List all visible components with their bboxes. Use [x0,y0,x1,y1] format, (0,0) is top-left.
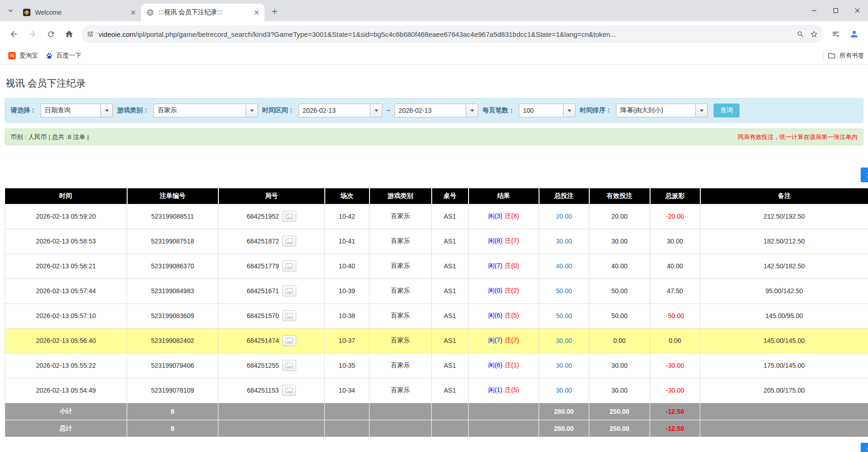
cell-bet-id: 523199088511 [127,204,218,229]
cell-game-type: 百家乐 [369,229,432,254]
folder-icon[interactable] [827,52,836,60]
site-settings-icon[interactable] [87,30,94,38]
url-bar[interactable]: videoie.com/ipl/portal.php/game/betrecor… [81,25,824,43]
replay-button[interactable] [282,261,296,272]
select-label: 请选择： [11,106,36,115]
header-payout: 总派彩 [650,188,700,204]
total-bet-link[interactable]: 30.00 [556,238,572,245]
tab-search-button[interactable] [5,5,17,17]
tab-list-button[interactable] [827,25,845,43]
tab-close-icon[interactable] [252,8,261,17]
cell-total-bet: 50.00 [539,278,589,303]
close-icon [254,10,259,15]
date-from-input[interactable] [299,104,370,117]
tab-welcome[interactable]: Welcome [18,4,141,21]
total-bet-link[interactable]: 30.00 [556,387,572,394]
table-row: 2026-02-13 05:55:22 523199079406 6842512… [5,353,868,378]
new-tab-button[interactable] [268,5,281,18]
minimize-button[interactable] [803,0,825,21]
total-bet-link[interactable]: 30.00 [556,337,572,344]
subtotal-payout: -12.50 [666,408,684,415]
cell-table: AS1 [432,254,469,278]
close-window-button[interactable] [846,0,868,21]
banker-result: 庄(5) [505,386,519,394]
dropdown-button[interactable] [370,104,382,117]
replay-button[interactable] [282,360,296,371]
date-to-input[interactable] [394,104,466,117]
close-icon [855,8,860,13]
home-button[interactable] [60,25,78,43]
maximize-button[interactable] [825,0,846,21]
summary-left: 币别 : 人民币 | 总共 :8 注单 | [11,133,89,141]
page-size-label: 每页笔数： [482,106,515,115]
total-bet-link[interactable]: 50.00 [556,312,572,319]
refresh-icon [47,30,55,39]
table-header-row: 时间 注单编号 局号 场次 游戏类别 桌号 结果 总投注 有效投注 总派彩 备注 [5,188,868,204]
player-result: 闲(0) [488,287,502,294]
maximize-icon [833,8,839,13]
total-bet-link[interactable]: 50.00 [556,287,572,295]
search-button[interactable]: 查询 [714,104,739,117]
cell-session: 10-35 [325,353,369,378]
forward-arrow-icon [28,29,37,39]
total-valid-bet-cell: 250.00 [589,420,650,437]
replay-button[interactable] [282,285,296,296]
page-size-input[interactable] [519,104,563,117]
cell-session: 10-37 [325,328,369,353]
sort-input[interactable] [616,104,695,117]
banker-result: 庄(7) [505,336,519,344]
banker-result: 庄(5) [505,312,519,319]
bookmark-star-icon[interactable] [810,30,818,38]
filter-bar: 请选择： 游戏类别： 时间区间： ~ 每页笔数： 时间排序： [5,98,863,123]
cell-bet-id: 523199086370 [127,254,218,278]
replay-button[interactable] [282,211,296,222]
tab-title: Welcome [35,9,129,16]
page-button[interactable]: 1 [861,168,868,182]
back-button[interactable] [5,25,23,43]
tab-title: :::视讯 会员下注纪录::: [158,8,252,17]
dropdown-button[interactable] [466,104,478,117]
total-valid-bet: 250.00 [610,425,629,432]
header-result: 结果 [469,188,539,204]
plus-icon [271,8,278,15]
total-payout-cell: -12.50 [650,420,700,437]
zoom-icon[interactable] [797,30,804,38]
image-icon [286,388,293,393]
sort-select [616,104,708,117]
replay-button[interactable] [282,335,296,346]
cell-round: 684251474 [218,328,325,353]
dropdown-button[interactable] [246,104,258,117]
tab-bet-records[interactable]: :::视讯 会员下注纪录::: [141,4,264,21]
query-type-input[interactable] [41,104,100,117]
cell-bet-id: 523199084983 [127,278,218,303]
dropdown-button[interactable] [695,104,708,117]
all-bookmarks-label[interactable]: 所有书签 [839,52,863,60]
cell-round: 684251153 [218,378,325,403]
bookmark-baidu[interactable]: 百度一下 [42,50,85,62]
baidu-paw-icon [46,52,53,59]
tab-close-icon[interactable] [129,8,137,17]
dropdown-button[interactable] [563,104,575,117]
cell-time: 2026-02-13 05:58:53 [5,229,127,254]
cell-payout: -20.00 [650,204,700,229]
forward-button[interactable] [23,25,41,43]
profile-avatar[interactable] [845,25,863,43]
replay-button[interactable] [282,310,296,321]
minimize-icon [811,8,817,13]
cell-session: 10-42 [325,204,369,229]
total-bet-link[interactable]: 20.00 [556,213,572,220]
bookmark-taobao[interactable]: 淘 爱淘宝 [5,50,42,62]
cell-valid-bet: 50.00 [589,278,650,303]
subtotal-label: 小计 [59,407,72,415]
cell-round: 684251570 [218,303,325,328]
replay-button[interactable] [282,385,296,396]
game-type-input[interactable] [153,104,246,117]
dropdown-button[interactable] [100,104,113,117]
replay-button[interactable] [282,236,296,247]
window-controls [803,0,868,21]
page-button[interactable]: 1 [861,443,868,452]
refresh-button[interactable] [41,25,60,43]
total-bet-link[interactable]: 40.00 [556,262,572,270]
url-text[interactable]: videoie.com/ipl/portal.php/game/betrecor… [99,30,793,38]
total-bet-link[interactable]: 30.00 [556,362,572,369]
